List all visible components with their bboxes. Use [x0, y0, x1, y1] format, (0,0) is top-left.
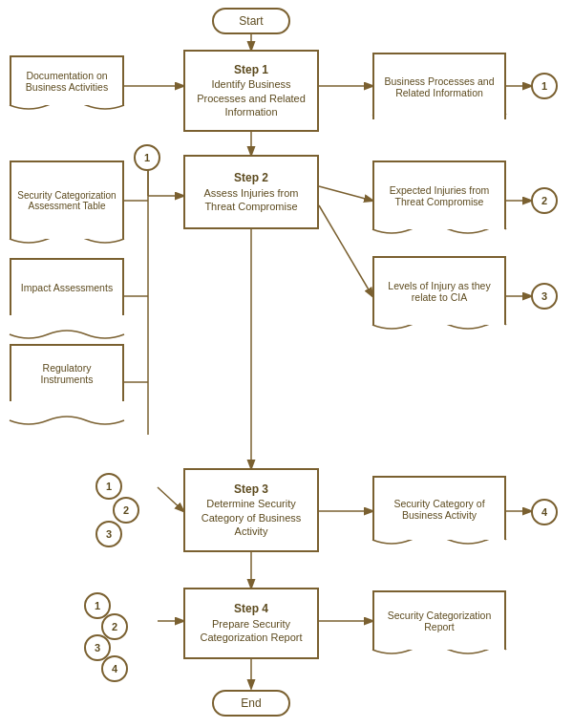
input-doc2-1-label: Security Categorization Assessment Table: [16, 190, 117, 211]
step1-description: Identify Business Processes and Related …: [197, 78, 306, 118]
input-doc1-label: Documentation on Business Activities: [16, 70, 117, 93]
end-node: End: [212, 690, 290, 717]
input-doc2-3-label: Regulatory Instruments: [16, 362, 117, 385]
diagram: Start Step 1 Identify Business Processes…: [0, 0, 573, 728]
input-doc2-2-label: Impact Assessments: [21, 282, 113, 293]
start-label: Start: [239, 14, 263, 28]
output3-label: Security Category of Business Activity: [379, 498, 499, 521]
output4-label: Security Categorization Report: [379, 610, 499, 632]
output2-2-label: Levels of Injury as they relate to CIA: [379, 280, 499, 303]
circle-2-right: 2: [531, 187, 558, 214]
circle-4-right: 4: [531, 499, 558, 525]
end-label: End: [241, 696, 261, 710]
output2-2: Levels of Injury as they relate to CIA: [372, 256, 506, 325]
circle-3-s3: 3: [96, 521, 122, 547]
output2-1-label: Expected Injuries from Threat Compromise: [379, 184, 499, 207]
start-node: Start: [212, 8, 290, 34]
circle-1-s3: 1: [96, 473, 122, 500]
circle-4-s4: 4: [101, 655, 128, 682]
circle-3-right: 3: [531, 283, 558, 310]
input-doc2-3: Regulatory Instruments: [10, 344, 124, 401]
step1-label: Step 1: [191, 63, 311, 78]
output2-1: Expected Injuries from Threat Compromise: [372, 161, 506, 229]
svg-line-16: [158, 487, 183, 511]
step4-box: Step 4 Prepare Security Categorization R…: [183, 588, 319, 659]
step1-box: Step 1 Identify Business Processes and R…: [183, 50, 319, 132]
step2-label: Step 2: [191, 171, 311, 186]
step3-description: Determine Security Category of Business …: [202, 498, 302, 537]
step2-box: Step 2 Assess Injuries from Threat Compr…: [183, 155, 319, 229]
input-doc2-2: Impact Assessments: [10, 258, 124, 315]
step2-description: Assess Injuries from Threat Compromise: [203, 187, 298, 212]
circle-1-right: 1: [531, 73, 558, 99]
step3-box: Step 3 Determine Security Category of Bu…: [183, 468, 319, 552]
circle-2-s3: 2: [113, 497, 139, 524]
step3-label: Step 3: [191, 482, 311, 498]
svg-line-12: [319, 205, 372, 296]
input-doc2-1: Security Categorization Assessment Table: [10, 161, 124, 239]
circle-1a: 1: [134, 144, 160, 171]
output1: Business Processes and Related Informati…: [372, 53, 506, 119]
output1-label: Business Processes and Related Informati…: [379, 75, 499, 98]
step4-label: Step 4: [191, 602, 311, 617]
output3: Security Category of Business Activity: [372, 476, 506, 540]
output4: Security Categorization Report: [372, 590, 506, 650]
svg-line-11: [319, 186, 372, 201]
step4-description: Prepare Security Categorization Report: [200, 618, 302, 643]
input-doc1: Documentation on Business Activities: [10, 55, 124, 105]
